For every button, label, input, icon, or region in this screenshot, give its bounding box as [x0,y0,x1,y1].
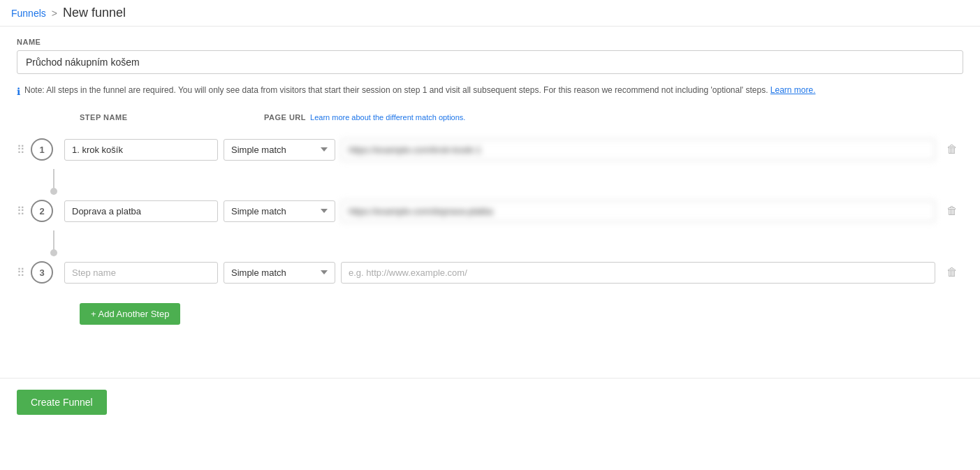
breadcrumb: Funnels > New funnel [0,0,980,27]
step-3-number: 3 [31,261,53,284]
breadcrumb-separator: > [52,8,57,19]
step-1-number: 1 [31,138,53,161]
step-2-url-input[interactable] [341,200,935,222]
step-3-delete-button[interactable]: 🗑 [941,263,963,281]
main-content: NAME ℹ Note: All steps in the funnel are… [0,27,980,336]
step-2-fields: Simple match Exact match Regular express… [64,200,963,222]
note-bar: ℹ Note: All steps in the funnel are requ… [17,84,963,99]
step-2-drag-handle[interactable]: ⠿ [17,205,28,218]
step-2-connector [53,230,54,253]
step-1-drag-handle[interactable]: ⠿ [17,143,28,156]
step-2-number: 2 [31,200,53,222]
add-another-step-button[interactable]: + Add Another Step [80,303,180,325]
step-name-column-header: STEP NAME [80,113,247,122]
page-wrapper: Funnels > New funnel NAME ℹ Note: All st… [0,0,980,426]
steps-section: STEP NAME PAGE URL Learn more about the … [17,113,963,325]
steps-header: STEP NAME PAGE URL Learn more about the … [17,113,963,122]
info-icon: ℹ [17,85,20,99]
step-3-match-select[interactable]: Simple match Exact match Regular express… [224,262,335,284]
page-url-column-header: PAGE URL Learn more about the different … [264,113,465,122]
step-3-drag-handle[interactable]: ⠿ [17,266,28,279]
create-funnel-button[interactable]: Create Funnel [17,390,107,415]
name-label: NAME [17,38,963,46]
step-2-name-input[interactable] [64,200,218,222]
breadcrumb-current: New funnel [63,6,126,20]
step-3-name-input[interactable] [64,262,218,284]
note-learn-more-link[interactable]: Learn more. [770,85,816,95]
step-2-delete-button[interactable]: 🗑 [941,202,963,220]
step-1-delete-button[interactable]: 🗑 [941,140,963,159]
step-1-name-input[interactable] [64,139,218,161]
bottom-bar: Create Funnel [0,378,980,426]
funnel-name-input[interactable] [17,50,963,74]
step-1-connector [53,169,54,191]
step-3-url-input[interactable] [341,262,935,284]
step-1-fields: Simple match Exact match Regular express… [64,139,963,161]
match-options-learn-more-link[interactable]: Learn more about the different match opt… [310,113,465,122]
step-row-1: ⠿ 1 Simple match Exact match Regular exp… [17,130,963,191]
step-1-url-input[interactable] [341,139,935,161]
step-row-3: ⠿ 3 Simple match Exact match Regular exp… [17,253,963,292]
note-text: Note: All steps in the funnel are requir… [24,84,816,96]
breadcrumb-parent[interactable]: Funnels [11,8,46,19]
step-3-fields: Simple match Exact match Regular express… [64,262,963,284]
step-2-match-select[interactable]: Simple match Exact match Regular express… [224,200,335,222]
step-row-2: ⠿ 2 Simple match Exact match Regular exp… [17,191,963,253]
step-1-match-select[interactable]: Simple match Exact match Regular express… [224,139,335,161]
